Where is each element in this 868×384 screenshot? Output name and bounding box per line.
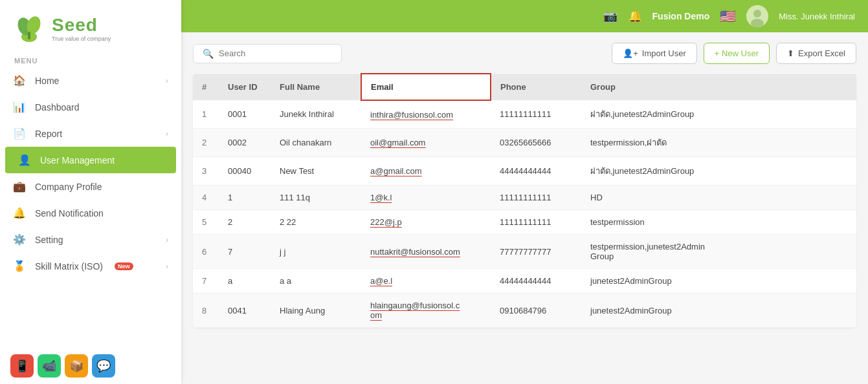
col-header-num: # [193,74,219,100]
table-body: 1 0001 Junekk Inthiral inthira@fusionsol… [193,100,856,328]
promo-icon-1: 📱 [10,354,34,378]
cell-num: 3 [193,157,219,186]
col-header-phone[interactable]: Phone [491,74,581,100]
user-table: # User ID Full Name Email Phone Group 1 … [193,73,856,328]
cell-userid: 0001 [219,100,271,129]
setting-icon: ⚙️ [13,233,26,246]
table-row[interactable]: 8 0041 Hlaing Aung hlaingaung@fusionsol.… [193,293,856,328]
import-user-button[interactable]: 👤+ Import User [612,43,697,64]
cell-userid: 0041 [219,293,271,328]
export-excel-button[interactable]: ⬆ Export Excel [776,43,856,64]
email-value: hlaingaung@fusionsol.com [370,301,460,320]
table-row[interactable]: 3 00040 New Test a@gmail.com 44444444444… [193,157,856,186]
cell-group: junetest2AdminGroup [581,269,856,293]
sidebar-item-skill-matrix[interactable]: 🏅 Skill Matrix (ISO) New › [0,253,181,279]
cell-num: 1 [193,100,219,129]
cell-phone: 44444444444 [491,269,581,293]
cell-group: ฝาตัด,junetest2AdminGroup [581,157,856,186]
sidebar-item-home-label: Home [35,76,59,86]
main-area: 📷 🔔 Fusion Demo 🇺🇸 Miss. Junekk Inthiral… [181,0,868,384]
cell-group: junetest2AdminGroup [581,293,856,328]
bell-icon[interactable]: 🔔 [628,9,642,23]
camera-icon[interactable]: 📷 [603,9,618,23]
cell-num: 2 [193,129,219,157]
table-row[interactable]: 4 1 111 11q 1@k.l 11111111111 HD [193,186,856,210]
company-name: Fusion Demo [652,11,710,21]
cell-email: a@gmail.com [361,157,491,186]
cell-fullname: New Test [271,157,361,186]
col-header-email[interactable]: Email [361,74,491,100]
export-label: Export Excel [798,48,845,58]
search-input[interactable] [219,48,329,58]
cell-email: nuttakrit@fusionsol.com [361,235,491,269]
email-value: a@e.l [370,276,392,286]
col-header-group[interactable]: Group [581,74,856,100]
export-icon: ⬆ [787,48,794,58]
email-value: 1@k.l [370,193,392,202]
table-row[interactable]: 5 2 2 22 222@j.p 11111111111 testpermiss… [193,210,856,235]
cell-fullname: 2 22 [271,210,361,235]
cell-num: 8 [193,293,219,328]
cell-fullname: 111 11q [271,186,361,210]
new-user-button[interactable]: + New User [704,43,770,64]
cell-num: 7 [193,269,219,293]
cell-fullname: j j [271,235,361,269]
username: Miss. Junekk Inthiral [779,12,855,21]
cell-email: oil@gmail.com [361,129,491,157]
sidebar: Seed True value of company MENU 🏠 Home ›… [0,0,181,384]
promo-icon-2: 📹 [38,354,61,378]
table-row[interactable]: 1 0001 Junekk Inthiral inthira@fusionsol… [193,100,856,129]
sidebar-item-send-notification-label: Send Notification [35,208,104,219]
col-header-fullname[interactable]: Full Name [271,74,361,100]
cell-email: a@e.l [361,269,491,293]
seed-logo-icon [13,12,45,45]
cell-email: inthira@fusionsol.com [361,100,491,129]
cell-phone: 77777777777 [491,235,581,269]
sidebar-item-dashboard[interactable]: 📊 Dashboard [0,94,181,120]
sidebar-item-skill-matrix-label: Skill Matrix (ISO) [35,261,103,272]
cell-phone: 11111111111 [491,186,581,210]
col-header-userid[interactable]: User ID [219,74,271,100]
chevron-right-icon: › [166,235,168,244]
import-icon: 👤+ [623,48,638,58]
cell-userid: 0002 [219,129,271,157]
sidebar-item-report[interactable]: 📄 Report › [0,120,181,147]
logo-seed-text: Seed [52,15,111,36]
search-box[interactable]: 🔍 [193,44,342,63]
sidebar-item-user-management-label: User Management [40,155,115,165]
cell-phone: 11111111111 [491,210,581,235]
cell-group: testpermission,ฝาตัด [581,129,856,157]
topbar: 📷 🔔 Fusion Demo 🇺🇸 Miss. Junekk Inthiral [181,0,868,32]
table-row[interactable]: 2 0002 Oil chanakarn oil@gmail.com 03265… [193,129,856,157]
sidebar-item-home[interactable]: 🏠 Home › [0,67,181,94]
cell-group: testpermission,junetest2AdminGroup [581,235,856,269]
table-row[interactable]: 7 a a a a@e.l 44444444444 junetest2Admin… [193,269,856,293]
sidebar-item-setting[interactable]: ⚙️ Setting › [0,226,181,253]
cell-phone: 44444444444 [491,157,581,186]
cell-phone: 0910684796 [491,293,581,328]
content-area: 🔍 👤+ Import User + New User ⬆ Export Exc… [181,32,868,384]
svg-rect-3 [28,32,30,39]
cell-num: 4 [193,186,219,210]
chevron-right-icon: › [166,262,168,271]
svg-point-5 [753,10,761,17]
user-table-wrap: # User ID Full Name Email Phone Group 1 … [193,73,856,328]
cell-userid: a [219,269,271,293]
cell-phone: 11111111111 [491,100,581,129]
dashboard-icon: 📊 [13,101,26,113]
email-value: 222@j.p [370,217,402,227]
sidebar-item-send-notification[interactable]: 🔔 Send Notification [0,200,181,226]
cell-fullname: Junekk Inthiral [271,100,361,129]
table-row[interactable]: 6 7 j j nuttakrit@fusionsol.com 77777777… [193,235,856,269]
avatar[interactable] [746,5,768,27]
chevron-right-icon: › [166,76,168,85]
new-user-label: + New User [715,48,759,58]
sidebar-item-user-management[interactable]: 👤 User Management [5,147,176,173]
send-notification-icon: 🔔 [13,207,26,219]
sidebar-item-company-profile[interactable]: 💼 Company Profile [0,173,181,200]
company-profile-icon: 💼 [13,180,26,193]
sidebar-item-setting-label: Setting [35,235,63,245]
cell-group: ฝาตัด,junetest2AdminGroup [581,100,856,129]
sidebar-promo: 📱 📹 📦 💬 [0,348,181,384]
email-value: oil@gmail.com [370,138,425,147]
